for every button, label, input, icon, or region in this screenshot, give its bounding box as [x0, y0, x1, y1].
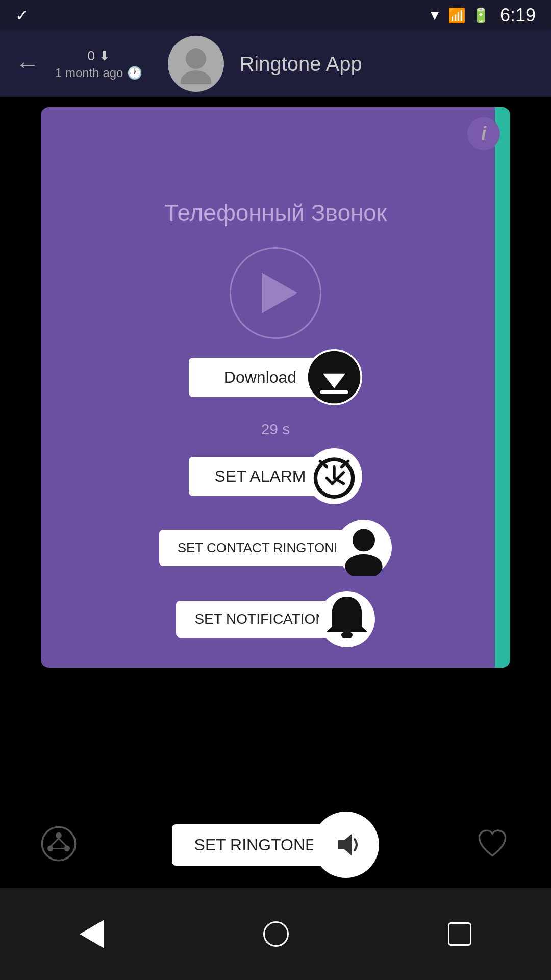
nav-bar	[0, 888, 551, 980]
svg-point-1	[181, 70, 211, 84]
back-button[interactable]: ←	[15, 50, 40, 78]
ringtone-card: i Телефонный Звонок Download 29 s	[41, 107, 510, 668]
play-container	[41, 247, 510, 339]
song-title: Телефонный Звонок	[41, 199, 510, 227]
svg-line-18	[59, 839, 66, 846]
main-content: i Телефонный Звонок Download 29 s	[0, 97, 551, 980]
clock-icon: 🕐	[127, 66, 142, 80]
svg-point-13	[42, 827, 75, 860]
contact-icon	[336, 520, 392, 576]
nav-home-button[interactable]	[263, 921, 289, 947]
heart-icon	[474, 826, 510, 862]
favorite-button[interactable]	[474, 826, 510, 864]
header-time: 1 month ago 🕐	[55, 66, 142, 80]
alarm-icon	[306, 448, 362, 504]
set-alarm-row: SET ALARM	[41, 448, 510, 504]
nav-back-icon	[80, 920, 104, 948]
nav-home-icon	[263, 921, 289, 947]
nav-recents-icon	[448, 922, 471, 946]
battery-icon: 🔋	[472, 7, 490, 24]
app-title: Ringtone App	[239, 53, 362, 76]
avatar	[168, 36, 224, 92]
set-contact-ringtone-button[interactable]: SET CONTACT RINGTONE	[159, 530, 362, 566]
set-ringtone-group: SET RINGTONE	[172, 812, 380, 878]
download-icon	[306, 349, 362, 405]
signal-icon: 📶	[448, 7, 466, 24]
set-notification-row: SET NOTIFICATION	[41, 591, 510, 647]
nav-back-button[interactable]	[80, 920, 104, 948]
info-icon: i	[481, 123, 486, 144]
header: ← 0 ⬇ 1 month ago 🕐 Ringtone App	[0, 31, 551, 97]
download-header-icon: ⬇	[99, 48, 110, 64]
contact-circle-button[interactable]	[336, 520, 392, 576]
duration-text: 29 s	[41, 421, 510, 438]
status-time: 6:19	[500, 5, 536, 26]
download-count: 0 ⬇	[87, 48, 110, 64]
svg-point-11	[345, 554, 383, 576]
svg-rect-4	[320, 390, 348, 394]
share-icon	[41, 826, 77, 862]
download-row: Download	[41, 349, 510, 405]
nav-recents-button[interactable]	[448, 922, 471, 946]
play-button[interactable]	[230, 247, 321, 339]
alarm-circle-button[interactable]	[306, 448, 362, 504]
set-contact-ringtone-row: SET CONTACT RINGTONE	[41, 520, 510, 576]
status-icons: ▼ 📶 🔋	[428, 7, 490, 24]
svg-point-14	[56, 832, 62, 839]
svg-rect-12	[341, 632, 353, 638]
play-icon	[262, 273, 297, 313]
wifi-icon: ▼	[428, 7, 442, 23]
share-button[interactable]	[41, 826, 77, 864]
bell-icon	[319, 591, 375, 647]
header-meta: 0 ⬇ 1 month ago 🕐	[55, 48, 142, 80]
download-circle-button[interactable]	[306, 349, 362, 405]
check-icon: ✓	[15, 6, 29, 25]
info-button[interactable]: i	[467, 117, 500, 150]
svg-line-17	[51, 839, 59, 846]
status-bar: ✓ ▼ 📶 🔋 6:19	[0, 0, 551, 31]
speaker-icon	[328, 827, 364, 863]
speaker-button[interactable]	[313, 812, 379, 878]
notification-circle-button[interactable]	[319, 591, 375, 647]
svg-point-10	[353, 529, 375, 551]
bottom-action-bar: SET RINGTONE	[0, 812, 551, 878]
svg-point-0	[186, 48, 206, 69]
svg-marker-20	[338, 834, 352, 855]
